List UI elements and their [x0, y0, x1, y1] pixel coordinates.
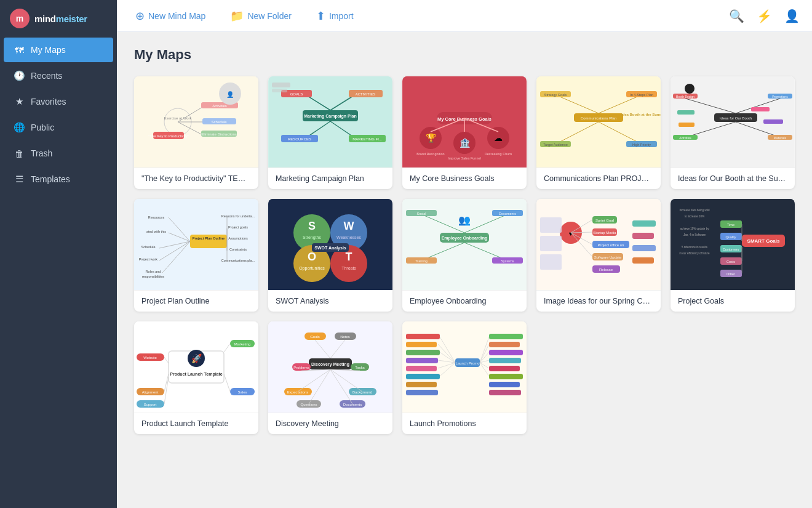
svg-text:Target Audience: Target Audience	[543, 143, 567, 147]
svg-text:Threats: Threats	[341, 266, 356, 270]
svg-text:Brand Recognition: Brand Recognition	[416, 152, 444, 156]
sidebar-item-recents[interactable]: 🕐 Recents	[4, 63, 113, 88]
sidebar-item-trash[interactable]: 🗑 Trash	[4, 141, 113, 166]
map-label-business-goals: My Core Business Goals	[402, 167, 527, 189]
sidebar-item-favorites[interactable]: ★ Favorites	[4, 89, 113, 114]
svg-text:S: S	[308, 220, 316, 232]
svg-rect-247	[489, 334, 523, 339]
svg-text:to increase 10%: to increase 10%	[685, 215, 704, 218]
map-thumbnail-spring-camp: ♥ Sprint Goal Startup Media Project offi…	[536, 199, 661, 290]
map-card-communications[interactable]: Communications Plan Strategy Goals In 4-…	[536, 76, 661, 189]
svg-text:SWOT Analysis: SWOT Analysis	[314, 246, 346, 251]
sidebar-item-templates[interactable]: ☰ Templates	[4, 167, 113, 192]
import-button[interactable]: ⬆ Import	[310, 6, 360, 26]
svg-rect-252	[489, 374, 523, 379]
svg-text:Improve Sales Funnel: Improve Sales Funnel	[448, 156, 481, 160]
svg-text:Activities: Activities	[679, 136, 691, 140]
svg-text:Social: Social	[417, 212, 426, 216]
svg-text:Strategy Goals: Strategy Goals	[544, 93, 567, 97]
map-label-discovery: Discovery Meeting	[268, 413, 392, 434]
svg-text:O: O	[308, 251, 316, 263]
svg-rect-244	[406, 374, 440, 379]
map-card-project-goals[interactable]: SMART Goals Time Quality Customers Costs…	[671, 199, 795, 312]
svg-text:🏆: 🏆	[426, 133, 437, 143]
map-card-onboarding[interactable]: Employee Onboarding Social Documents Tra…	[402, 199, 527, 312]
svg-rect-250	[489, 358, 521, 363]
svg-text:Constraints: Constraints	[229, 248, 247, 251]
svg-text:RESOURCES: RESOURCES	[288, 137, 311, 141]
map-thumbnail-project-plan: Project Plan Outline Resources ated with…	[134, 199, 258, 290]
my-maps-icon: 🗺	[14, 44, 25, 55]
svg-text:In 4-Steps Plan: In 4-Steps Plan	[630, 93, 653, 97]
map-card-booth[interactable]: Ideas for Our Booth Booth Design Promoti…	[671, 76, 795, 189]
svg-text:Costs: Costs	[726, 260, 735, 264]
new-folder-button[interactable]: 📁 New Folder	[224, 6, 298, 26]
svg-text:Assumptions: Assumptions	[228, 236, 248, 240]
svg-text:👥: 👥	[458, 214, 471, 226]
svg-text:5 reference in results: 5 reference in results	[682, 246, 708, 249]
svg-rect-153	[632, 220, 656, 227]
svg-text:Strengths: Strengths	[303, 235, 321, 240]
svg-text:Alignment: Alignment	[142, 390, 159, 394]
svg-text:GOALS: GOALS	[290, 92, 303, 96]
svg-text:Opportunities: Opportunities	[299, 266, 325, 271]
sidebar-item-my-maps[interactable]: 🗺 My Maps	[4, 38, 113, 62]
svg-rect-82	[751, 107, 770, 111]
svg-text:Project Plan Outline: Project Plan Outline	[193, 236, 225, 240]
map-card-project-plan[interactable]: Project Plan Outline Resources ated with…	[134, 199, 258, 312]
sidebar-item-label: Trash	[31, 148, 52, 158]
templates-icon: ☰	[14, 174, 25, 185]
map-card-business-goals[interactable]: My Core Business Goals 🏆 Brand Recogniti…	[402, 76, 527, 189]
map-label-productivity: "The Key to Productivity" TEDxVi...	[134, 167, 258, 189]
svg-rect-240	[406, 342, 437, 347]
svg-rect-83	[677, 110, 695, 115]
map-card-discovery[interactable]: Discovery Meeting Goals Notes Problems T…	[268, 321, 392, 434]
svg-text:🚀: 🚀	[191, 353, 202, 364]
svg-text:Time: Time	[727, 223, 734, 227]
svg-text:Jan, 4 in Software: Jan, 4 in Software	[683, 233, 706, 236]
svg-text:Goals: Goals	[310, 335, 320, 339]
svg-rect-156	[632, 257, 654, 264]
svg-text:👤: 👤	[226, 91, 234, 99]
svg-rect-163	[540, 254, 562, 270]
map-label-project-plan: Project Plan Outline	[134, 290, 258, 312]
map-label-product-launch: Product Launch Template	[134, 413, 258, 434]
svg-rect-253	[489, 382, 520, 387]
map-label-marketing: Marketing Campaign Plan	[268, 167, 392, 189]
svg-text:MARKETING FI...: MARKETING FI...	[352, 137, 382, 141]
main-content: ⊕ New Mind Map 📁 New Folder ⬆ Import 🔍 ⚡…	[117, 0, 812, 508]
sidebar-item-public[interactable]: 🌐 Public	[4, 115, 113, 140]
svg-text:Problems: Problems	[293, 366, 309, 369]
svg-text:Booth Design: Booth Design	[676, 95, 695, 99]
svg-text:Weaknesses: Weaknesses	[336, 235, 361, 240]
map-thumbnail-project-goals: SMART Goals Time Quality Customers Costs…	[671, 199, 795, 290]
map-card-marketing[interactable]: Marketing Campaign Plan GOALS ACTIVITIES…	[268, 76, 392, 189]
map-card-product-launch[interactable]: 🚀 Product Launch Template Website Market…	[134, 321, 258, 434]
svg-rect-154	[632, 233, 654, 239]
new-mind-map-button[interactable]: ⊕ New Mind Map	[129, 6, 212, 26]
svg-rect-155	[632, 245, 656, 251]
new-folder-label: New Folder	[247, 11, 292, 21]
map-card-productivity[interactable]: Exercise at Work "The Key to Productivit…	[134, 76, 258, 189]
map-thumbnail-onboarding: Employee Onboarding Social Documents Tra…	[402, 199, 527, 290]
search-icon[interactable]: 🔍	[729, 9, 744, 23]
svg-text:Discovery Meeting: Discovery Meeting	[311, 362, 349, 367]
new-folder-icon: 📁	[230, 9, 244, 23]
svg-text:Startup Media: Startup Media	[593, 231, 616, 235]
user-avatar-icon[interactable]: 👤	[784, 9, 800, 23]
map-label-swot: SWOT Analysis	[268, 290, 392, 312]
svg-text:achieve 10% update by: achieve 10% update by	[680, 227, 710, 230]
svg-text:Ideas for Our Booth: Ideas for Our Booth	[720, 116, 752, 120]
svg-text:Marketing Campaign Plan: Marketing Campaign Plan	[304, 114, 357, 119]
map-card-spring-camp[interactable]: ♥ Sprint Goal Startup Media Project offi…	[536, 199, 661, 312]
svg-rect-243	[406, 366, 437, 371]
svg-text:ACTIVITIES: ACTIVITIES	[356, 92, 376, 96]
svg-rect-245	[406, 382, 437, 387]
map-card-swot[interactable]: S Strengths W Weaknesses O Opportunities…	[268, 199, 392, 312]
svg-text:Communications Plan: Communications Plan	[581, 116, 616, 120]
activity-icon[interactable]: ⚡	[757, 9, 772, 23]
svg-text:Customers: Customers	[723, 248, 739, 251]
svg-point-66	[685, 84, 695, 94]
map-card-launch-promos[interactable]: Launch Promo	[402, 321, 527, 434]
map-thumbnail-product-launch: 🚀 Product Launch Template Website Market…	[134, 321, 258, 413]
